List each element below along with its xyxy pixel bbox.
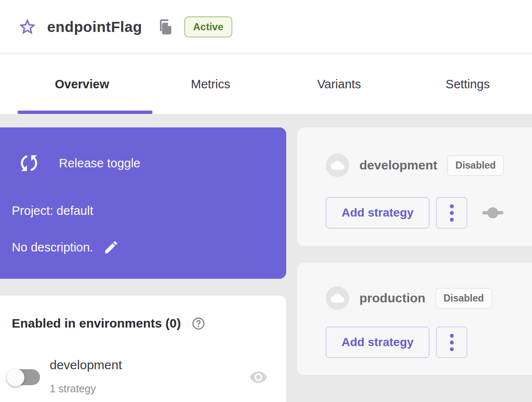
flag-type-row: Release toggle	[0, 127, 286, 175]
tab-settings[interactable]: Settings	[404, 54, 532, 114]
kebab-dot	[450, 218, 454, 222]
overview-content: Release toggle Project: default No descr…	[0, 114, 532, 402]
environment-menu-button[interactable]	[436, 197, 467, 228]
environment-card-development: development Disabled Add strategy	[297, 127, 532, 246]
environment-name: development	[50, 357, 122, 373]
environment-avatar	[326, 286, 349, 310]
kebab-dot	[450, 341, 454, 344]
add-strategy-button[interactable]: Add strategy	[326, 327, 429, 358]
environment-status-badge: Disabled	[447, 155, 504, 176]
cloud-icon	[331, 291, 344, 305]
kebab-dot	[450, 334, 454, 338]
environment-card-production: production Disabled Add strategy	[297, 263, 532, 375]
kebab-dot	[450, 204, 454, 208]
release-toggle-icon	[17, 151, 41, 175]
project-label: Project: default	[12, 204, 93, 218]
enabled-environments-card: Enabled in environments (0) development …	[0, 296, 286, 402]
add-strategy-button[interactable]: Add strategy	[326, 197, 429, 228]
feature-flag-page: endpointFlag Active Overview Metrics Var…	[0, 0, 532, 402]
favorite-star-icon[interactable]	[18, 17, 37, 37]
description-row: No description.	[12, 239, 119, 255]
description-label: No description.	[12, 241, 93, 254]
flag-type-label: Release toggle	[59, 156, 140, 170]
page-header: endpointFlag Active	[0, 0, 532, 54]
environment-avatar	[326, 153, 349, 177]
strategy-slider-icon	[481, 206, 504, 219]
tab-bar: Overview Metrics Variants Settings	[0, 54, 532, 114]
kebab-dot	[450, 347, 454, 351]
switch-thumb	[7, 369, 24, 386]
status-badge: Active	[184, 16, 232, 37]
flag-summary-card: Release toggle Project: default No descr…	[0, 127, 286, 279]
copy-name-icon[interactable]	[158, 19, 173, 35]
page-title: endpointFlag	[47, 19, 142, 35]
environment-menu-button[interactable]	[436, 327, 467, 358]
environment-strategy-count: 1 strategy	[50, 382, 122, 395]
kebab-dot	[450, 211, 454, 215]
active-tab-indicator	[18, 111, 152, 114]
tab-variants[interactable]: Variants	[275, 54, 404, 114]
development-toggle-switch[interactable]	[3, 365, 44, 390]
environment-status-badge: Disabled	[436, 288, 492, 309]
enabled-environments-heading: Enabled in environments (0)	[12, 316, 181, 331]
environment-toggle-row: development 1 strategy	[0, 357, 286, 399]
visibility-eye-icon	[249, 368, 268, 386]
environment-card-name: development	[359, 158, 437, 172]
edit-description-icon[interactable]	[103, 239, 119, 255]
cloud-icon	[331, 159, 344, 172]
tab-overview[interactable]: Overview	[18, 54, 146, 114]
tab-metrics[interactable]: Metrics	[146, 54, 275, 114]
environment-card-name: production	[359, 291, 426, 305]
help-icon[interactable]	[192, 317, 205, 330]
